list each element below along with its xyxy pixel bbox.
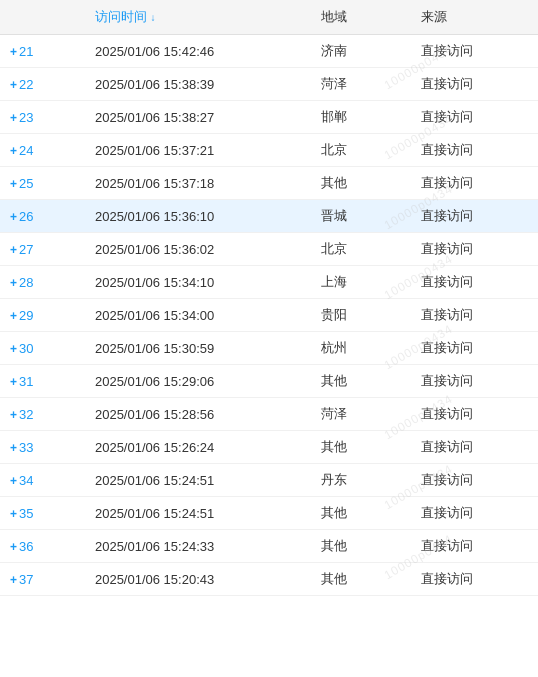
row-expand-cell: +29 bbox=[0, 299, 85, 332]
expand-button[interactable]: + bbox=[10, 276, 17, 290]
row-time: 2025/01/06 15:24:51 bbox=[85, 464, 312, 497]
table-row: +222025/01/06 15:38:39菏泽直接访问 bbox=[0, 68, 538, 101]
row-region: 北京 bbox=[311, 134, 410, 167]
row-region: 其他 bbox=[311, 365, 410, 398]
expand-button[interactable]: + bbox=[10, 111, 17, 125]
row-expand-cell: +28 bbox=[0, 266, 85, 299]
row-time: 2025/01/06 15:42:46 bbox=[85, 35, 312, 68]
row-time: 2025/01/06 15:36:02 bbox=[85, 233, 312, 266]
row-number[interactable]: 24 bbox=[19, 143, 33, 158]
table-row: +262025/01/06 15:36:10晋城直接访问 bbox=[0, 200, 538, 233]
row-source: 直接访问 bbox=[411, 233, 538, 266]
sort-down-icon: ↓ bbox=[151, 12, 156, 23]
table-header-row: 访问时间 ↓ 地域 来源 bbox=[0, 0, 538, 35]
row-region: 北京 bbox=[311, 233, 410, 266]
row-time: 2025/01/06 15:36:10 bbox=[85, 200, 312, 233]
row-expand-cell: +27 bbox=[0, 233, 85, 266]
row-source: 直接访问 bbox=[411, 464, 538, 497]
row-source: 直接访问 bbox=[411, 299, 538, 332]
table-row: +352025/01/06 15:24:51其他直接访问 bbox=[0, 497, 538, 530]
expand-button[interactable]: + bbox=[10, 45, 17, 59]
row-time: 2025/01/06 15:37:21 bbox=[85, 134, 312, 167]
expand-button[interactable]: + bbox=[10, 210, 17, 224]
expand-button[interactable]: + bbox=[10, 474, 17, 488]
expand-button[interactable]: + bbox=[10, 507, 17, 521]
row-number[interactable]: 26 bbox=[19, 209, 33, 224]
expand-button[interactable]: + bbox=[10, 573, 17, 587]
row-number[interactable]: 21 bbox=[19, 44, 33, 59]
expand-button[interactable]: + bbox=[10, 375, 17, 389]
row-number[interactable]: 22 bbox=[19, 77, 33, 92]
row-number[interactable]: 30 bbox=[19, 341, 33, 356]
row-number[interactable]: 33 bbox=[19, 440, 33, 455]
row-expand-cell: +35 bbox=[0, 497, 85, 530]
expand-button[interactable]: + bbox=[10, 144, 17, 158]
row-region: 丹东 bbox=[311, 464, 410, 497]
row-region: 菏泽 bbox=[311, 398, 410, 431]
row-expand-cell: +30 bbox=[0, 332, 85, 365]
row-expand-cell: +34 bbox=[0, 464, 85, 497]
row-expand-cell: +24 bbox=[0, 134, 85, 167]
expand-button[interactable]: + bbox=[10, 243, 17, 257]
header-time[interactable]: 访问时间 ↓ bbox=[85, 0, 312, 35]
row-time: 2025/01/06 15:30:59 bbox=[85, 332, 312, 365]
row-source: 直接访问 bbox=[411, 68, 538, 101]
row-number[interactable]: 35 bbox=[19, 506, 33, 521]
row-region: 其他 bbox=[311, 563, 410, 596]
table-row: +362025/01/06 15:24:33其他直接访问 bbox=[0, 530, 538, 563]
row-region: 上海 bbox=[311, 266, 410, 299]
visits-table: 访问时间 ↓ 地域 来源 +212025/01/06 15:42:46济南直接访… bbox=[0, 0, 538, 596]
expand-button[interactable]: + bbox=[10, 540, 17, 554]
row-time: 2025/01/06 15:26:24 bbox=[85, 431, 312, 464]
table-row: +232025/01/06 15:38:27邯郸直接访问 bbox=[0, 101, 538, 134]
row-region: 杭州 bbox=[311, 332, 410, 365]
table-row: +292025/01/06 15:34:00贵阳直接访问 bbox=[0, 299, 538, 332]
row-time: 2025/01/06 15:37:18 bbox=[85, 167, 312, 200]
row-region: 贵阳 bbox=[311, 299, 410, 332]
expand-button[interactable]: + bbox=[10, 177, 17, 191]
row-region: 其他 bbox=[311, 530, 410, 563]
row-region: 菏泽 bbox=[311, 68, 410, 101]
row-number[interactable]: 31 bbox=[19, 374, 33, 389]
expand-button[interactable]: + bbox=[10, 309, 17, 323]
expand-button[interactable]: + bbox=[10, 441, 17, 455]
row-number[interactable]: 23 bbox=[19, 110, 33, 125]
row-time: 2025/01/06 15:38:39 bbox=[85, 68, 312, 101]
row-source: 直接访问 bbox=[411, 530, 538, 563]
row-number[interactable]: 27 bbox=[19, 242, 33, 257]
row-number[interactable]: 28 bbox=[19, 275, 33, 290]
row-expand-cell: +31 bbox=[0, 365, 85, 398]
table-row: +322025/01/06 15:28:56菏泽直接访问 bbox=[0, 398, 538, 431]
row-number[interactable]: 37 bbox=[19, 572, 33, 587]
row-time: 2025/01/06 15:34:00 bbox=[85, 299, 312, 332]
table-row: +242025/01/06 15:37:21北京直接访问 bbox=[0, 134, 538, 167]
row-source: 直接访问 bbox=[411, 365, 538, 398]
header-num bbox=[0, 0, 85, 35]
row-time: 2025/01/06 15:24:51 bbox=[85, 497, 312, 530]
row-source: 直接访问 bbox=[411, 35, 538, 68]
expand-button[interactable]: + bbox=[10, 342, 17, 356]
table-row: +252025/01/06 15:37:18其他直接访问 bbox=[0, 167, 538, 200]
row-number[interactable]: 29 bbox=[19, 308, 33, 323]
table-body: +212025/01/06 15:42:46济南直接访问+222025/01/0… bbox=[0, 35, 538, 596]
header-source: 来源 bbox=[411, 0, 538, 35]
row-number[interactable]: 25 bbox=[19, 176, 33, 191]
row-region: 其他 bbox=[311, 431, 410, 464]
expand-button[interactable]: + bbox=[10, 408, 17, 422]
row-expand-cell: +22 bbox=[0, 68, 85, 101]
expand-button[interactable]: + bbox=[10, 78, 17, 92]
row-expand-cell: +33 bbox=[0, 431, 85, 464]
row-number[interactable]: 36 bbox=[19, 539, 33, 554]
row-number[interactable]: 32 bbox=[19, 407, 33, 422]
row-time: 2025/01/06 15:24:33 bbox=[85, 530, 312, 563]
table-row: +372025/01/06 15:20:43其他直接访问 bbox=[0, 563, 538, 596]
table-row: +332025/01/06 15:26:24其他直接访问 bbox=[0, 431, 538, 464]
row-time: 2025/01/06 15:38:27 bbox=[85, 101, 312, 134]
row-time: 2025/01/06 15:28:56 bbox=[85, 398, 312, 431]
table-row: +272025/01/06 15:36:02北京直接访问 bbox=[0, 233, 538, 266]
row-source: 直接访问 bbox=[411, 200, 538, 233]
table-row: +342025/01/06 15:24:51丹东直接访问 bbox=[0, 464, 538, 497]
row-source: 直接访问 bbox=[411, 266, 538, 299]
row-number[interactable]: 34 bbox=[19, 473, 33, 488]
row-expand-cell: +23 bbox=[0, 101, 85, 134]
